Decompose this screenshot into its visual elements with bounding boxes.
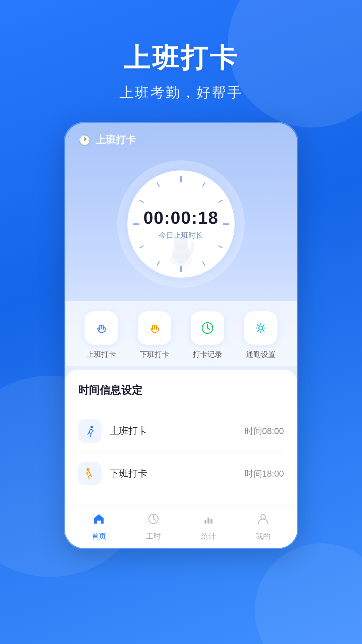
checkin-icon (93, 320, 109, 336)
checkin-label: 上班打卡 (86, 350, 116, 360)
stats-icon (202, 512, 215, 529)
checkout-icon (146, 320, 163, 336)
svg-line-5 (203, 262, 205, 265)
topbar-title: 上班打卡 (96, 133, 136, 147)
clock-section: 00:00:18 今日上班时长 (65, 154, 297, 301)
nav-stats-label: 统计 (201, 531, 216, 541)
settings-button[interactable] (244, 311, 278, 345)
clock-label: 今日上班时长 (159, 230, 203, 240)
nav-hours-label: 工时 (146, 531, 161, 541)
svg-point-20 (90, 426, 93, 428)
actions-section: 上班打卡 下班打卡 (65, 301, 297, 366)
svg-line-10 (140, 200, 143, 202)
svg-rect-25 (210, 519, 213, 524)
clock-time: 00:00:18 (143, 208, 219, 228)
app-subtitle: 上班考勤，好帮手 (0, 83, 362, 102)
info-section: 时间信息设定 上班打卡 时间08:00 (65, 370, 297, 548)
topbar-icon: 🕐 (78, 134, 92, 147)
nav-home-label: 首页 (92, 531, 106, 541)
records-label: 打卡记录 (193, 350, 222, 360)
settings-label: 通勤设置 (246, 350, 276, 360)
settings-icon (253, 320, 269, 336)
action-settings[interactable]: 通勤设置 (244, 311, 278, 360)
info-section-title: 时间信息设定 (78, 383, 284, 398)
nav-hours[interactable]: 工时 (146, 512, 161, 541)
bg-decoration-bottom2 (255, 543, 362, 644)
svg-line-11 (157, 183, 159, 186)
info-checkin-icon (78, 419, 102, 443)
clock-outer: 00:00:18 今日上班时长 (117, 160, 245, 288)
info-checkin-time: 时间08:00 (245, 425, 284, 437)
records-icon (199, 320, 216, 336)
info-checkout-name: 下班打卡 (110, 467, 245, 480)
checkin-button[interactable] (84, 311, 118, 345)
nav-home[interactable]: 首页 (92, 512, 106, 541)
hours-icon (147, 512, 160, 529)
records-button[interactable] (191, 311, 224, 345)
action-checkout[interactable]: 下班打卡 (138, 311, 171, 360)
info-row-checkin[interactable]: 上班打卡 时间08:00 (78, 410, 284, 452)
svg-point-21 (86, 468, 89, 471)
me-icon (256, 512, 270, 529)
info-checkin-name: 上班打卡 (110, 425, 245, 437)
info-row-checkout[interactable]: 下班打卡 时间18:00 (78, 452, 284, 495)
home-icon (92, 512, 106, 529)
nav-me[interactable]: 我的 (256, 512, 270, 541)
svg-line-1 (203, 183, 205, 186)
checkout-label: 下班打卡 (140, 350, 169, 360)
phone-inner: 🕐 上班打卡 (65, 123, 297, 548)
header: 上班打卡 上班考勤，好帮手 (0, 0, 362, 122)
app-title: 上班打卡 (0, 40, 362, 76)
svg-rect-24 (207, 518, 209, 524)
action-records[interactable]: 打卡记录 (191, 311, 224, 360)
svg-line-7 (157, 262, 159, 265)
svg-rect-23 (204, 520, 206, 524)
svg-line-8 (140, 246, 143, 248)
svg-line-2 (219, 200, 222, 202)
nav-me-label: 我的 (256, 531, 270, 541)
nav-stats[interactable]: 统计 (201, 512, 216, 541)
clock-face: 00:00:18 今日上班时长 (127, 170, 235, 278)
svg-line-4 (219, 246, 222, 248)
phone-topbar: 🕐 上班打卡 (65, 123, 297, 154)
checkout-button[interactable] (138, 311, 171, 345)
phone-mockup: 🕐 上班打卡 (64, 122, 298, 549)
bottom-nav: 首页 工时 (65, 505, 297, 548)
action-checkin[interactable]: 上班打卡 (84, 311, 118, 360)
info-checkout-time: 时间18:00 (245, 468, 284, 480)
info-checkout-icon (78, 462, 102, 485)
svg-point-19 (259, 326, 263, 330)
